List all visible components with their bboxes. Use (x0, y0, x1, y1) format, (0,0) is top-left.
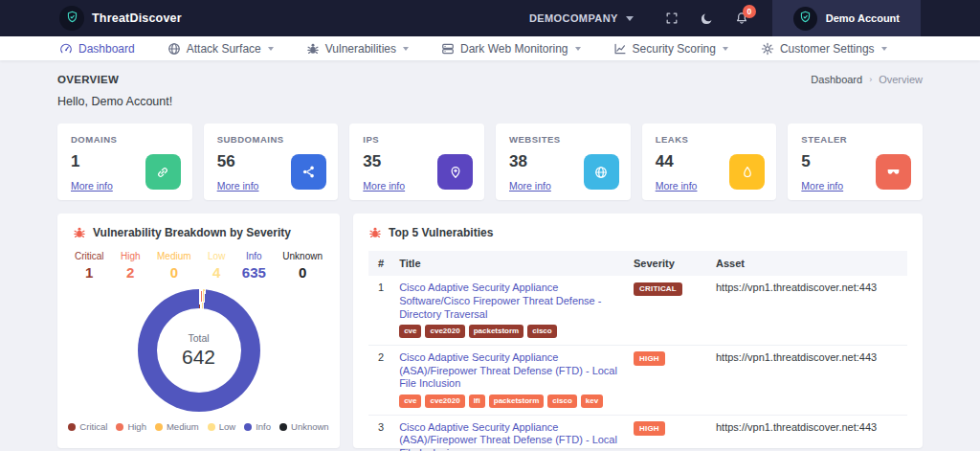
mask-icon (876, 154, 911, 190)
legend-item-low[interactable]: Low (208, 421, 235, 432)
legend-item-info[interactable]: Info (244, 421, 271, 432)
legend-item-critical[interactable]: Critical (68, 421, 107, 432)
severity-panel-title: Vulnerability Breakdown by Severity (93, 226, 291, 239)
table-row: 1Cisco Adaptive Security Appliance Softw… (368, 276, 907, 345)
legend-item-high[interactable]: High (116, 421, 146, 432)
stat-label: LEAKS (656, 134, 764, 145)
severity-stat-medium: Medium0 (157, 251, 191, 281)
severity-stat-value: 635 (242, 264, 266, 281)
severity-donut-chart[interactable]: Total 642 (138, 289, 260, 412)
avatar (793, 7, 817, 31)
row-number: 1 (368, 276, 391, 345)
asset-value: https://vpn1.threatdiscover.net:443 (708, 415, 907, 451)
stat-label: WEBSITES (509, 134, 617, 145)
fullscreen-icon[interactable] (665, 11, 679, 25)
legend-dot (208, 423, 215, 431)
speedometer-icon (59, 42, 73, 56)
breadcrumb-parent[interactable]: Dashboard (811, 74, 862, 85)
top-navbar: ThreatDiscover DEMOCOMPANY 0 Demo Accoun… (0, 0, 980, 36)
main-menu: DashboardAttack SurfaceVulnerabilitiesDa… (0, 36, 980, 60)
legend-label: Low (219, 421, 235, 432)
shield-icon (66, 10, 78, 27)
more-info-link[interactable]: More info (71, 180, 113, 192)
vulnerability-title-link[interactable]: Cisco Adaptive Security Appliance (ASA)/… (399, 351, 618, 391)
nav-item-vulnerabilities[interactable]: Vulnerabilities (306, 42, 409, 56)
greeting-text: Hello, Demo Account! (57, 95, 923, 108)
nav-item-attack-surface[interactable]: Attack Surface (167, 42, 274, 56)
severity-stat-high: High2 (121, 251, 141, 281)
tag-list: cvecve2020packetstormcisco (399, 325, 618, 338)
asset-value: https://vpn1.threatdiscover.net:443 (708, 276, 907, 345)
company-selector[interactable]: DEMOCOMPANY (529, 12, 634, 24)
severity-stat-value: 2 (121, 264, 141, 281)
legend-dot (244, 423, 252, 431)
more-info-link[interactable]: More info (217, 180, 259, 192)
bug-icon (306, 42, 320, 56)
stat-label: SUBDOMAINS (217, 134, 325, 145)
col-header-num: # (368, 251, 391, 276)
more-info-link[interactable]: More info (656, 180, 698, 192)
breadcrumb-separator: › (869, 75, 872, 84)
bell-icon[interactable]: 0 (735, 11, 748, 25)
link-icon (145, 154, 181, 190)
account-name: Demo Account (826, 12, 900, 24)
nav-item-label: Customer Settings (780, 42, 875, 56)
severity-stat-critical: Critical1 (75, 251, 104, 281)
nav-item-label: Security Scoring (633, 42, 716, 56)
tag-badge: cisco (547, 395, 576, 408)
severity-stat-value: 0 (282, 264, 323, 281)
stat-card-domains: DOMAINS1More info (57, 124, 192, 200)
moon-icon[interactable] (700, 11, 714, 26)
tag-list: cvecve2020lfipacketstormciscokev (399, 395, 618, 408)
nav-item-dashboard[interactable]: Dashboard (59, 42, 135, 56)
topbar-spacer (921, 0, 980, 36)
nav-item-customer-settings[interactable]: Customer Settings (761, 42, 887, 56)
tag-badge: cve (399, 325, 421, 338)
tag-badge: cve2020 (425, 395, 464, 408)
stat-card-stealer: STEALER5More info (788, 124, 923, 200)
donut-total-label: Total (188, 332, 209, 344)
bug-icon (368, 226, 382, 239)
bug-icon (73, 226, 86, 239)
severity-breakdown-panel: Vulnerability Breakdown by Severity Crit… (57, 214, 340, 448)
brand-logo (59, 6, 84, 31)
nav-item-security-scoring[interactable]: Security Scoring (613, 42, 728, 56)
severity-badge: HIGH (634, 421, 665, 436)
vuln-panel-title: Top 5 Vulnerabities (389, 226, 493, 239)
table-row: 2Cisco Adaptive Security Appliance (ASA)… (368, 345, 907, 415)
severity-stat-label: Critical (75, 251, 104, 261)
account-menu[interactable]: Demo Account (772, 0, 921, 36)
tag-badge: packetstorm (469, 325, 524, 338)
severity-stat-unknown: Unknown0 (282, 251, 323, 281)
stat-card-ips: IPS35More info (349, 124, 484, 200)
more-info-link[interactable]: More info (363, 180, 405, 192)
stat-label: STEALER (801, 134, 909, 145)
tag-badge: cve2020 (425, 325, 464, 338)
stat-card-leaks: LEAKS44More info (642, 124, 777, 200)
tag-badge: packetstorm (489, 395, 545, 408)
more-info-link[interactable]: More info (509, 180, 551, 192)
severity-badge: HIGH (634, 351, 665, 366)
legend-label: Unknown (291, 421, 329, 432)
nav-item-label: Dashboard (78, 42, 135, 56)
vulnerability-title-link[interactable]: Cisco Adaptive Security Appliance Softwa… (399, 282, 618, 321)
legend-item-unknown[interactable]: Unknown (279, 421, 329, 432)
severity-stats: Critical1High2Medium0Low4Info635Unknown0 (73, 251, 324, 281)
nav-item-dark-web-monitoring[interactable]: Dark Web Monitoring (441, 42, 581, 56)
tag-badge: kev (581, 395, 603, 408)
sitemap-icon (291, 154, 326, 190)
nav-item-label: Dark Web Monitoring (460, 42, 568, 56)
nav-item-label: Vulnerabilities (325, 42, 396, 56)
stats-row: DOMAINS1More infoSUBDOMAINS56More infoIP… (57, 124, 923, 200)
legend-label: High (127, 421, 146, 432)
stat-card-subdomains: SUBDOMAINS56More info (204, 124, 339, 200)
more-info-link[interactable]: More info (801, 180, 843, 192)
legend-item-medium[interactable]: Medium (155, 421, 199, 432)
row-number: 2 (368, 345, 391, 415)
chevron-down-icon (268, 47, 274, 51)
severity-stat-info: Info635 (242, 251, 266, 281)
topbar-right: DEMOCOMPANY 0 Demo Account (529, 0, 980, 36)
vulnerability-title-link[interactable]: Cisco Adaptive Security Appliance (ASA)/… (399, 421, 618, 451)
stat-card-websites: WEBSITES38More info (496, 124, 631, 200)
breadcrumb-current: Overview (879, 74, 923, 85)
